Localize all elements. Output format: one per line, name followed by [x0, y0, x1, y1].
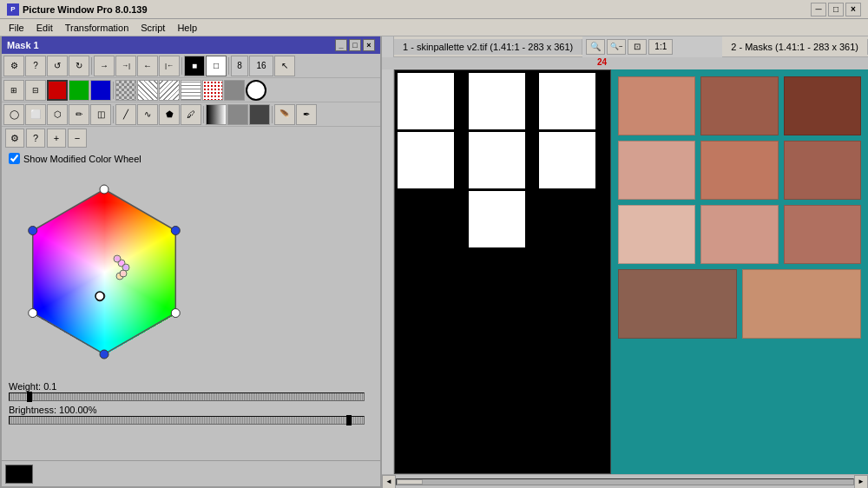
- scroll-thumb[interactable]: [397, 479, 423, 485]
- skin-swatch-0-0: [618, 76, 695, 135]
- gradient-btn[interactable]: [206, 104, 227, 125]
- feather-btn[interactable]: 🪶: [274, 104, 295, 125]
- num8-btn[interactable]: 8: [231, 56, 248, 76]
- weight-slider-thumb[interactable]: [27, 392, 32, 402]
- mask-tool-1[interactable]: ⊞: [3, 80, 24, 101]
- title-bar: P Picture Window Pro 8.0.139 ─ □ ×: [0, 0, 868, 19]
- hatch1-pattern-btn[interactable]: [137, 80, 158, 101]
- brightness-slider-track[interactable]: [9, 416, 365, 425]
- bw-cell-5: [539, 132, 595, 188]
- green-swatch[interactable]: [69, 80, 89, 101]
- add-btn[interactable]: +: [47, 129, 66, 148]
- arrow-left-double-btn[interactable]: |←: [159, 56, 180, 76]
- bw-grid: [395, 70, 610, 250]
- skin-swatch-0-1: [700, 76, 778, 135]
- red-swatch[interactable]: [47, 80, 68, 101]
- pen-btn[interactable]: ✒: [296, 104, 317, 125]
- zoom-out-btn[interactable]: 🔍−: [607, 39, 626, 55]
- hatch3-pattern-btn[interactable]: [181, 80, 201, 101]
- shape-btn[interactable]: ⬟: [159, 104, 180, 125]
- bottom-scrollbar[interactable]: ◄ ►: [382, 474, 868, 488]
- show-modified-color-wheel-checkbox[interactable]: [9, 153, 20, 164]
- side-ruler: [382, 69, 394, 474]
- num16-btn[interactable]: 16: [249, 56, 273, 76]
- arrow-left-btn[interactable]: ←: [137, 56, 158, 76]
- paint-brush-btn[interactable]: ✏: [69, 104, 89, 125]
- show-modified-color-wheel-label[interactable]: Show Modified Color Wheel: [23, 154, 141, 164]
- app-title: Picture Window Pro 8.0.139: [23, 4, 148, 15]
- menu-edit[interactable]: Edit: [31, 21, 58, 35]
- actual-size-btn[interactable]: 1:1: [648, 39, 673, 55]
- cursor-btn[interactable]: ↖: [274, 56, 295, 76]
- eraser-btn[interactable]: ◫: [90, 104, 111, 125]
- number-indicator: 24: [597, 57, 866, 67]
- menu-file[interactable]: File: [3, 21, 30, 35]
- redo-btn[interactable]: ↻: [69, 56, 89, 76]
- arrow-right-double-btn[interactable]: →|: [115, 56, 136, 76]
- bottom-controls-row: ⚙ ? + −: [2, 127, 380, 149]
- menu-help[interactable]: Help: [172, 21, 202, 35]
- black-fill-btn[interactable]: ■: [184, 56, 205, 76]
- selection-custom-btn[interactable]: ⬡: [47, 104, 68, 125]
- image-tab-2[interactable]: 2 - Masks (1.41:1 - 283 x 361): [722, 39, 868, 55]
- settings-bottom-btn[interactable]: ⚙: [5, 129, 24, 148]
- menu-bar: File Edit Transformation Script Help: [0, 19, 868, 36]
- zoom-toolbar: 🔍 🔍− ⊡ 1:1: [582, 36, 722, 57]
- dots-pattern-btn[interactable]: [202, 80, 223, 101]
- separator-2: [181, 57, 182, 75]
- color-wheel-container[interactable]: [9, 168, 200, 376]
- menu-transformation[interactable]: Transformation: [60, 21, 135, 35]
- mask-window-controls: _ □ ×: [335, 39, 375, 51]
- subtract-btn[interactable]: −: [68, 129, 87, 148]
- gear-tool-btn[interactable]: ⚙: [3, 56, 24, 76]
- selection-rect-btn[interactable]: ⬜: [25, 104, 46, 125]
- help-bottom-btn[interactable]: ?: [26, 129, 45, 148]
- minimize-button[interactable]: ─: [811, 3, 826, 16]
- bw-cell-2: [539, 73, 595, 129]
- arrow-right-btn[interactable]: →: [94, 56, 115, 76]
- mask-tool-2[interactable]: ⊟: [25, 80, 46, 101]
- curve-btn[interactable]: ∿: [137, 104, 158, 125]
- circle-pattern-btn[interactable]: [246, 80, 266, 101]
- close-button[interactable]: ×: [845, 3, 861, 16]
- skin-swatch-0-2: [784, 76, 861, 135]
- image-tab-1[interactable]: 1 - skinpallette v2.tif (1.41:1 - 283 x …: [394, 39, 582, 55]
- mask-close[interactable]: ×: [363, 39, 375, 51]
- mask-maximize[interactable]: □: [349, 39, 361, 51]
- gray-btn[interactable]: [227, 104, 248, 125]
- draw-btn[interactable]: 🖊: [181, 104, 201, 125]
- selection-oval-btn[interactable]: ◯: [3, 104, 24, 125]
- dark-btn[interactable]: [249, 104, 270, 125]
- scroll-right-btn[interactable]: ►: [854, 475, 868, 489]
- help-btn[interactable]: ?: [25, 56, 46, 76]
- scroll-track[interactable]: [396, 478, 854, 485]
- fit-btn[interactable]: ⊡: [628, 39, 647, 55]
- scroll-left-btn[interactable]: ◄: [382, 475, 396, 489]
- mask-panel: Mask 1 _ □ × ⚙ ? ↺ ↻ → →| ← |← ■ □ 8: [0, 36, 382, 488]
- bw-cell-6: [398, 191, 454, 247]
- undo-btn[interactable]: ↺: [47, 56, 68, 76]
- hatch2-pattern-btn[interactable]: [159, 80, 180, 101]
- white-fill-btn[interactable]: □: [206, 56, 227, 76]
- checker-pattern-btn[interactable]: [115, 80, 136, 101]
- mask-status-bar: [2, 460, 380, 486]
- bw-cell-8: [539, 191, 595, 247]
- solid-pattern-btn[interactable]: [224, 80, 245, 101]
- skin-palette-panel: [611, 69, 868, 474]
- zoom-in-btn[interactable]: 🔍: [586, 39, 605, 55]
- weight-slider-track[interactable]: [9, 392, 365, 401]
- toolbar-row-2: ⊞ ⊟: [2, 78, 380, 102]
- bw-cell-4: [469, 132, 525, 188]
- color-wheel-canvas[interactable]: [9, 168, 200, 376]
- blue-swatch[interactable]: [90, 80, 111, 101]
- color-wheel-area: Show Modified Color Wheel: [2, 149, 380, 379]
- checkbox-row: Show Modified Color Wheel: [9, 153, 373, 164]
- line-btn[interactable]: ╱: [115, 104, 136, 125]
- separator-5: [113, 106, 114, 123]
- maximize-button[interactable]: □: [828, 3, 844, 16]
- brightness-slider-thumb[interactable]: [346, 415, 352, 425]
- mask-title: Mask 1: [7, 40, 39, 50]
- images-row: [382, 69, 868, 474]
- mask-minimize[interactable]: _: [335, 39, 347, 51]
- menu-script[interactable]: Script: [135, 21, 170, 35]
